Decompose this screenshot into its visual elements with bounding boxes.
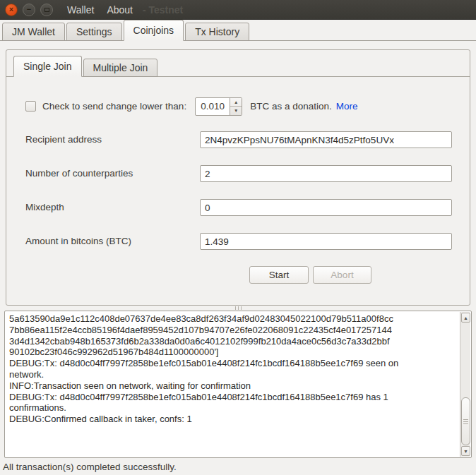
tab-jm-wallet[interactable]: JM Wallet [2, 23, 65, 41]
main-tabbar: JM Wallet Settings Coinjoins Tx History [0, 20, 476, 41]
log-lines: 5a613590da9e1c112c408de07637de4ee83ca8df… [9, 313, 433, 425]
menu-wallet[interactable]: Wallet [67, 4, 94, 16]
tab-multiple-join[interactable]: Multiple Join [83, 59, 158, 77]
minimize-icon[interactable]: − [23, 4, 35, 16]
tab-tx-history[interactable]: Tx History [185, 23, 249, 41]
log-textarea[interactable]: 5a613590da9e1c112c408de07637de4ee83ca8df… [4, 311, 472, 458]
maximize-glyph [44, 8, 49, 12]
splitter-handle[interactable] [227, 306, 249, 310]
tab-coinjoins[interactable]: Coinjoins [124, 20, 184, 41]
log-line: DEBUG:Confirmed callback in taker, confs… [9, 414, 433, 425]
status-bar: All transaction(s) completed successfull… [0, 458, 476, 475]
log-line: 90102bc23f046c992962d51967b484d110000000… [9, 347, 433, 358]
log-line: DEBUG:Tx: d48d0c04ff7997f2858be1efc015ab… [9, 358, 433, 380]
maximize-icon[interactable] [40, 4, 53, 16]
log-line: 7bb86ea115f2e4ccb85196f4daef8959452d107b… [9, 325, 433, 336]
log-line: 5a613590da9e1c112c408de07637de4ee83ca8df… [9, 313, 433, 325]
titlebar: × − Wallet About - Testnet [0, 0, 476, 20]
close-icon[interactable]: × [5, 4, 18, 16]
log-line: INFO:Transaction seen on network, waitin… [9, 380, 433, 392]
tab-settings[interactable]: Settings [66, 23, 122, 41]
tab-single-join[interactable]: Single Join [13, 56, 82, 77]
window-title: - Testnet [143, 4, 183, 16]
scroll-down-icon[interactable]: ▼ [461, 446, 470, 456]
log-line: 3d4d1342cbab948b165373fd6b2a338da0d0a6c4… [9, 336, 433, 347]
log-scrollbar[interactable]: ▲ ▼ [460, 312, 470, 457]
scroll-up-icon[interactable]: ▲ [461, 313, 470, 323]
log-line: DEBUG:Tx: d48d0c04ff7997f2858be1efc015ab… [9, 392, 433, 414]
join-tabbar: Single Join Multiple Join [13, 58, 159, 77]
scrollbar-thumb[interactable] [461, 397, 470, 445]
single-join-pane [6, 76, 470, 305]
status-message: All transaction(s) completed successfull… [3, 462, 177, 472]
menu-about[interactable]: About [107, 4, 133, 16]
coinjoin-panel: Single Join Multiple Join [6, 49, 470, 306]
